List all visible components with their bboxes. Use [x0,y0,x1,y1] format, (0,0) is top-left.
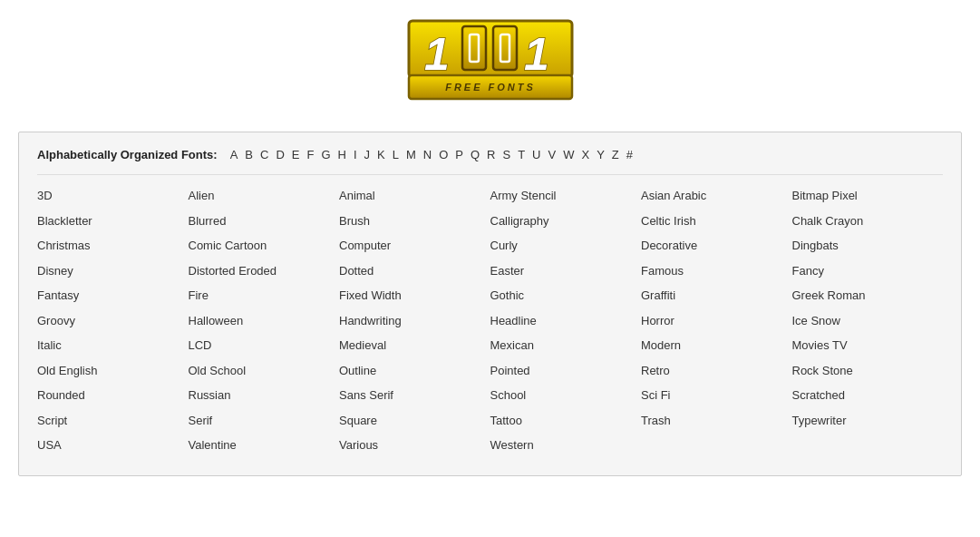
font-item[interactable]: Old English [37,359,189,383]
font-item[interactable]: Chalk Crayon [792,210,944,233]
alpha-link-k[interactable]: K [374,148,389,161]
font-item[interactable]: Valentine [189,434,340,457]
font-item[interactable]: Ice Snow [792,309,944,333]
font-item[interactable]: Halloween [189,309,340,333]
font-item[interactable]: Disney [37,259,189,283]
alpha-link-f[interactable]: F [303,148,317,161]
font-item[interactable] [641,434,792,457]
alpha-link-r[interactable]: R [483,148,499,161]
alpha-link-n[interactable]: N [420,148,435,161]
font-item[interactable]: Computer [339,234,490,258]
font-item[interactable]: Headline [490,309,642,333]
font-item[interactable]: Fixed Width [339,284,490,308]
font-item[interactable]: Tattoo [490,409,642,433]
font-item[interactable]: Western [490,434,642,457]
font-item[interactable] [792,434,944,457]
font-item[interactable]: Greek Roman [792,284,944,308]
alpha-nav-label: Alphabetically Organized Fonts: [37,148,218,161]
svg-text:FREE FONTS: FREE FONTS [445,82,536,93]
font-item[interactable]: Mexican [490,334,642,357]
font-item[interactable]: Army Stencil [490,184,642,208]
alpha-link-c[interactable]: C [257,148,272,161]
font-item[interactable]: Various [339,434,490,457]
font-item[interactable]: Calligraphy [490,210,642,233]
font-grid: 3DAlienAnimalArmy StencilAsian ArabicBit… [37,184,943,457]
font-item[interactable]: Famous [641,259,792,283]
font-item[interactable]: School [490,384,642,407]
alpha-link-#[interactable]: # [623,148,636,161]
font-item[interactable]: Trash [641,409,792,433]
font-item[interactable]: Square [339,409,490,433]
font-item[interactable]: Rock Stone [792,359,944,383]
alpha-link-e[interactable]: E [288,148,304,161]
font-item[interactable]: Retro [641,359,792,383]
font-item[interactable]: Fire [189,284,340,308]
font-item[interactable]: Fancy [792,259,944,283]
alpha-link-q[interactable]: Q [467,148,483,161]
alpha-link-j[interactable]: J [361,148,374,161]
site-logo[interactable]: 1 1 FREE FONTS [404,18,577,104]
font-item[interactable]: Serif [189,409,340,433]
font-item[interactable]: Italic [37,334,189,357]
font-item[interactable]: Distorted Eroded [189,259,340,283]
font-item[interactable]: Blackletter [37,210,189,233]
font-item[interactable]: Fantasy [37,284,189,308]
page-header: 1 1 FREE FONTS [0,0,980,132]
alpha-link-y[interactable]: Y [593,148,608,161]
font-item[interactable]: Sci Fi [641,384,792,407]
font-item[interactable]: Bitmap Pixel [792,184,944,208]
font-item[interactable]: Graffiti [641,284,792,308]
alpha-link-w[interactable]: W [559,148,577,161]
font-item[interactable]: Asian Arabic [641,184,792,208]
font-item[interactable]: Alien [189,184,340,208]
font-item[interactable]: Animal [339,184,490,208]
font-item[interactable]: Sans Serif [339,384,490,407]
font-item[interactable]: Celtic Irish [641,210,792,233]
font-directory: Alphabetically Organized Fonts: ABCDEFGH… [18,132,962,476]
alpha-link-s[interactable]: S [499,148,514,161]
font-item[interactable]: Modern [641,334,792,357]
alpha-link-o[interactable]: O [435,148,451,161]
alpha-link-b[interactable]: B [241,148,257,161]
alpha-link-a[interactable]: A [227,148,242,161]
alpha-link-t[interactable]: T [514,148,529,161]
font-item[interactable]: Gothic [490,284,642,308]
alpha-link-u[interactable]: U [529,148,544,161]
font-item[interactable]: LCD [189,334,340,357]
font-item[interactable]: Dingbats [792,234,944,258]
alpha-link-p[interactable]: P [451,148,467,161]
font-item[interactable]: Rounded [37,384,189,407]
font-item[interactable]: Outline [339,359,490,383]
font-item[interactable]: Old School [189,359,340,383]
font-item[interactable]: Brush [339,210,490,233]
alpha-link-d[interactable]: D [272,148,287,161]
alpha-link-h[interactable]: H [335,148,350,161]
alpha-link-x[interactable]: X [577,148,593,161]
alpha-link-l[interactable]: L [389,148,403,161]
alpha-link-i[interactable]: I [350,148,361,161]
font-item[interactable]: Movies TV [792,334,944,357]
font-item[interactable]: Decorative [641,234,792,258]
font-item[interactable]: Groovy [37,309,189,333]
font-item[interactable]: USA [37,434,189,457]
font-item[interactable]: Dotted [339,259,490,283]
font-item[interactable]: Script [37,409,189,433]
font-item[interactable]: Pointed [490,359,642,383]
font-item[interactable]: Christmas [37,234,189,258]
font-item[interactable]: Easter [490,259,642,283]
font-item[interactable]: Horror [641,309,792,333]
font-item[interactable]: Handwriting [339,309,490,333]
font-item[interactable]: Curly [490,234,642,258]
font-item[interactable]: Blurred [189,210,340,233]
alpha-link-v[interactable]: V [545,148,560,161]
font-item[interactable]: Typewriter [792,409,944,433]
font-item[interactable]: Comic Cartoon [189,234,340,258]
divider [37,174,943,175]
alpha-link-g[interactable]: G [317,148,334,161]
alpha-link-z[interactable]: Z [608,148,623,161]
font-item[interactable]: Russian [189,384,340,407]
alpha-link-m[interactable]: M [403,148,420,161]
font-item[interactable]: Scratched [792,384,944,407]
font-item[interactable]: Medieval [339,334,490,357]
font-item[interactable]: 3D [37,184,189,208]
